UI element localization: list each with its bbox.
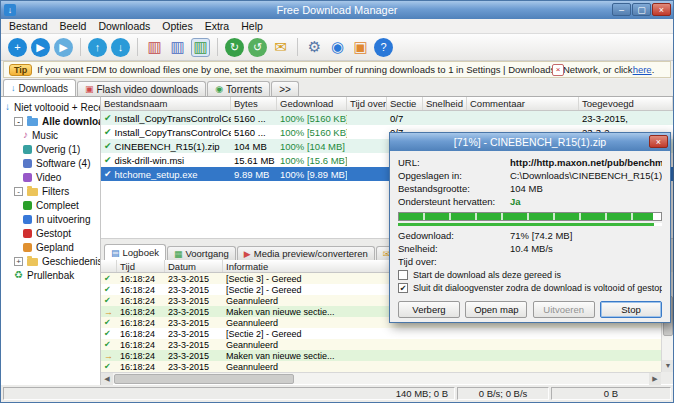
tab-more[interactable]: >> (271, 81, 299, 96)
move-down-icon[interactable]: ↓ (111, 38, 130, 57)
sidebar-tree: ↓Niet voltooid + Rece-Alle downloads (5)… (1, 96, 101, 385)
tab-label: Downloads (19, 83, 68, 94)
scroll-down-icon[interactable]: ▼ (662, 360, 673, 372)
help-icon[interactable]: ? (374, 38, 393, 57)
column-header-toegevoegd[interactable]: Toegevoegd (579, 97, 673, 110)
log-row[interactable]: ✔16:18:2423-3-2015[Sectie 2] - Gereed (101, 328, 661, 339)
add-download-icon[interactable]: + (8, 38, 27, 57)
file-cell: 23-3-2015, (579, 113, 673, 124)
column-header-bestandsnaam[interactable]: Bestandsnaam (101, 97, 231, 110)
tree-expander-icon[interactable]: + (14, 257, 23, 266)
scroll-left-icon[interactable]: ◀ (101, 373, 113, 385)
scroll-right-icon[interactable]: ▶ (649, 373, 661, 385)
stats-green-icon[interactable]: ▥ (191, 38, 210, 57)
move-up-icon[interactable]: ↑ (88, 38, 107, 57)
log-check-icon: ✔ (101, 274, 117, 283)
tab-downloads[interactable]: ↓Downloads (3, 79, 76, 96)
menu-downloads[interactable]: Downloads (92, 20, 156, 32)
browser-globe-icon[interactable]: ◉ (328, 38, 347, 57)
sidebar-item-prullenbak[interactable]: ♻Prullenbak (1, 268, 100, 282)
checkbox-row[interactable]: Start de download als deze gereed is (398, 268, 662, 281)
tab-voortgang[interactable]: ▦Voortgang (167, 246, 236, 260)
log-date: 23-3-2015 (165, 318, 223, 328)
column-header-bytes[interactable]: Bytes (231, 97, 277, 110)
sidebar-item-gepland[interactable]: Gepland (1, 240, 100, 254)
speed-row: Snelheid: 10.4 MB/s (398, 242, 662, 255)
column-header-commentaar[interactable]: Commentaar (467, 97, 579, 110)
titlebar[interactable]: ↓ Free Download Manager – ▢ × (1, 1, 673, 19)
folder-icon (27, 258, 38, 266)
menu-extra[interactable]: Extra (199, 20, 236, 32)
column-header-tijd-over[interactable]: Tijd over (347, 97, 387, 110)
sidebar-item-video[interactable]: Video (1, 170, 100, 184)
column-header-datum[interactable]: Datum (165, 260, 223, 272)
status-bar: 140 MB; 0 B 0 B/s; 0 B/s 0 B (1, 385, 673, 402)
menu-bestand[interactable]: Bestand (3, 20, 54, 32)
menu-beeld[interactable]: Beeld (54, 20, 93, 32)
update-icon[interactable]: ↺ (248, 38, 267, 57)
log-row[interactable]: →16:18:2423-3-2015Maken van nieuwe secti… (101, 350, 661, 361)
progress-bar-thin-fill (398, 223, 654, 226)
stats-red-icon[interactable]: ▥ (145, 38, 164, 57)
verberg-button[interactable]: Verberg (398, 301, 460, 318)
menu-help[interactable]: Help (235, 20, 269, 32)
feedback-icon[interactable]: ✉ (271, 38, 290, 57)
horizontal-scrollbar[interactable]: ◀ ▶ (101, 372, 661, 384)
sidebar-item-in-uitvoering[interactable]: In uitvoering (1, 212, 100, 226)
close-button[interactable]: × (652, 3, 671, 16)
tree-expander-icon[interactable]: - (14, 117, 23, 126)
open-map-button[interactable]: Open map (465, 301, 527, 318)
tab-torrents[interactable]: ◉Torrents (207, 81, 270, 96)
start-download-icon[interactable]: ▶ (31, 38, 50, 57)
category-icon (23, 201, 32, 210)
column-header-sectie[interactable]: Sectie (387, 97, 423, 110)
resume-row: Ondersteunt hervatten: Ja (398, 195, 662, 208)
tab-flash-video-downloads[interactable]: ▣Flash video downloads (77, 81, 206, 96)
menu-opties[interactable]: Opties (156, 20, 198, 32)
sidebar-item-geschiedenis[interactable]: +Geschiedenis (1, 254, 100, 268)
stats-blue-icon[interactable]: ▥ (168, 38, 187, 57)
checkbox[interactable]: ✔ (398, 283, 408, 293)
start-all-icon[interactable]: ▶ (54, 38, 73, 57)
sidebar-item-compleet[interactable]: Compleet (1, 198, 100, 212)
sidebar-item-label: Compleet (36, 200, 79, 211)
tree-expander-icon[interactable]: - (14, 187, 23, 196)
maximize-button[interactable]: ▢ (632, 3, 651, 16)
sidebar-item-filters[interactable]: -Filters (1, 184, 100, 198)
checkbox-row[interactable]: ✔Sluit dit dialoogvenster zodra de downl… (398, 281, 662, 294)
dialog-close-button[interactable]: × (649, 135, 668, 148)
log-date: 23-3-2015 (165, 274, 223, 284)
log-row[interactable]: ✔16:18:2423-3-2015Geannuleerd (101, 339, 661, 350)
sidebar-item-niet-voltooid-rece[interactable]: ↓Niet voltooid + Rece (1, 100, 100, 114)
sidebar-item-label: Alle downloads (5) (42, 116, 101, 127)
tab-media-preview-converteren[interactable]: ▶Media preview/converteren (237, 246, 375, 260)
category-icon (23, 145, 32, 154)
checkbox[interactable] (398, 270, 408, 280)
column-header-gedownload[interactable]: Gedownload (277, 97, 347, 110)
column-header-tijd[interactable]: Tijd (117, 260, 165, 272)
sidebar-item-overig-1[interactable]: Overig (1) (1, 142, 100, 156)
settings-gear-icon[interactable]: ⚙ (305, 38, 324, 57)
sidebar-item-software-4[interactable]: Software (4) (1, 156, 100, 170)
table-row[interactable]: ✔Install_CopyTransControlCen5160 ...100%… (101, 111, 673, 125)
sidebar-item-alle-downloads-5[interactable]: -Alle downloads (5) (1, 114, 100, 128)
tab-label: Media preview/converteren (254, 248, 368, 259)
horizontal-scroll-thumb[interactable] (114, 374, 294, 384)
stop-button[interactable]: Stop (600, 301, 662, 318)
log-info: Geannuleerd (223, 340, 523, 350)
resume-value: Ja (510, 196, 521, 207)
dialog-titlebar[interactable]: [71%] - CINEBENCH_R15(1).zip × (390, 133, 670, 151)
sidebar-item-gestopt[interactable]: Gestopt (1, 226, 100, 240)
sidebar-item-music[interactable]: ♪Music (1, 128, 100, 142)
minimize-button[interactable]: – (612, 3, 631, 16)
log-row[interactable]: ✔16:18:2423-3-2015Geannuleerd (101, 361, 661, 372)
column-header-snelheid[interactable]: Snelheid (423, 97, 467, 110)
refresh-icon[interactable]: ↻ (225, 38, 244, 57)
tip-here-link[interactable]: here (633, 64, 652, 75)
tip-close-icon[interactable]: × (552, 64, 564, 76)
package-icon[interactable]: ▣ (351, 38, 370, 57)
tip-label: Tip (9, 64, 32, 76)
tab-logboek[interactable]: ▤Logboek (104, 244, 166, 260)
url-label: URL: (398, 157, 510, 168)
log-arrow-icon: → (101, 351, 117, 361)
